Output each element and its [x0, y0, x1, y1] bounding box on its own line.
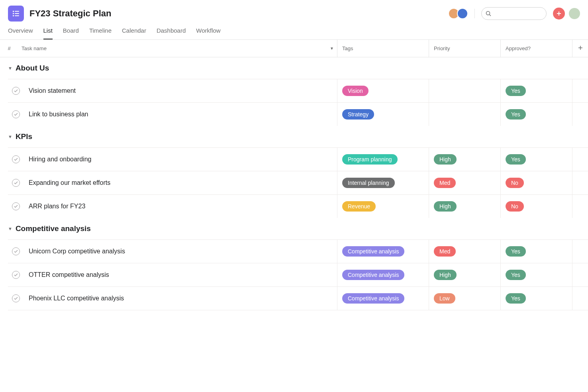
task-priority-cell[interactable] — [429, 103, 500, 126]
tab-calendar[interactable]: Calendar — [122, 27, 146, 39]
approved-pill: No — [506, 201, 524, 212]
task-name[interactable]: Phoenix LLC competitive analysis — [24, 295, 337, 302]
section-header[interactable]: ▼KPIs — [0, 126, 588, 147]
column-tags[interactable]: Tags — [337, 40, 429, 57]
tab-dashboard[interactable]: Dashboard — [157, 27, 186, 39]
task-tags-cell[interactable]: Competitive analysis — [337, 263, 429, 286]
task-tags-cell[interactable]: Revenue — [337, 195, 429, 218]
task-approved-cell[interactable]: Yes — [500, 263, 572, 286]
check-icon — [14, 89, 18, 92]
row-spacer — [572, 240, 588, 263]
priority-pill: High — [434, 201, 457, 212]
project-icon[interactable] — [8, 6, 24, 22]
complete-checkbox[interactable] — [12, 202, 20, 210]
check-icon — [14, 250, 18, 253]
table-row[interactable]: OTTER competitive analysisCompetitive an… — [8, 263, 588, 286]
task-approved-cell[interactable]: Yes — [500, 103, 572, 126]
table-row[interactable]: Vision statementVisionYes — [8, 79, 588, 102]
task-name[interactable]: Link to business plan — [24, 111, 337, 118]
add-button[interactable] — [553, 8, 565, 20]
tag-pill: Competitive analysis — [342, 270, 404, 280]
complete-checkbox[interactable] — [12, 87, 20, 95]
task-approved-cell[interactable]: No — [500, 171, 572, 194]
svg-rect-0 — [13, 11, 14, 12]
svg-rect-2 — [13, 13, 14, 14]
table-row[interactable]: Expanding our market effortsInternal pla… — [8, 171, 588, 194]
section-header[interactable]: ▼Competitive analysis — [0, 218, 588, 239]
tab-workflow[interactable]: Workflow — [196, 27, 220, 39]
task-tags-cell[interactable]: Competitive analysis — [337, 240, 429, 263]
approved-pill: Yes — [506, 293, 526, 304]
check-icon — [14, 113, 18, 116]
section-title: Competitive analysis — [16, 224, 91, 233]
task-approved-cell[interactable]: Yes — [500, 79, 572, 102]
tag-pill: Program planning — [342, 154, 398, 165]
complete-checkbox[interactable] — [12, 271, 20, 279]
task-priority-cell[interactable]: High — [429, 195, 500, 218]
tab-overview[interactable]: Overview — [8, 27, 33, 39]
table-row[interactable]: Link to business planStrategyYes — [8, 102, 588, 126]
svg-point-6 — [486, 12, 490, 15]
tab-timeline[interactable]: Timeline — [89, 27, 112, 39]
task-name[interactable]: ARR plans for FY23 — [24, 203, 337, 210]
complete-checkbox[interactable] — [12, 247, 20, 255]
task-name[interactable]: Vision statement — [24, 87, 337, 94]
row-spacer — [572, 103, 588, 126]
column-task-name[interactable]: Task name ▼ — [18, 40, 337, 57]
table-row[interactable]: ARR plans for FY23RevenueHighNo — [8, 194, 588, 218]
caret-down-icon: ▼ — [8, 134, 12, 139]
section-header[interactable]: ▼About Us — [0, 57, 588, 79]
task-name[interactable]: Hiring and onboarding — [24, 156, 337, 163]
complete-checkbox[interactable] — [12, 294, 20, 302]
task-name[interactable]: Unicorn Corp competitive analysis — [24, 248, 337, 255]
table-row[interactable]: Phoenix LLC competitive analysisCompetit… — [8, 286, 588, 310]
add-column-button[interactable] — [572, 40, 588, 57]
column-approved[interactable]: Approved? — [500, 40, 572, 57]
task-priority-cell[interactable] — [429, 79, 500, 102]
user-avatar[interactable] — [569, 8, 580, 19]
member-avatar[interactable] — [457, 8, 468, 19]
column-task-label: Task name — [22, 45, 47, 51]
column-priority[interactable]: Priority — [429, 40, 500, 57]
task-name[interactable]: Expanding our market efforts — [24, 179, 337, 186]
complete-checkbox[interactable] — [12, 110, 20, 118]
task-tags-cell[interactable]: Internal planning — [337, 171, 429, 194]
tag-pill: Vision — [342, 86, 368, 96]
list-icon — [12, 10, 20, 18]
task-priority-cell[interactable]: High — [429, 263, 500, 286]
approved-pill: Yes — [506, 86, 526, 96]
task-priority-cell[interactable]: Low — [429, 287, 500, 310]
task-approved-cell[interactable]: Yes — [500, 240, 572, 263]
approved-pill: No — [506, 178, 524, 188]
check-icon — [14, 205, 18, 208]
task-approved-cell[interactable]: Yes — [500, 287, 572, 310]
check-icon — [14, 273, 18, 276]
tab-list[interactable]: List — [43, 27, 53, 39]
task-tags-cell[interactable]: Program planning — [337, 148, 429, 171]
complete-checkbox[interactable] — [12, 155, 20, 163]
task-tags-cell[interactable]: Strategy — [337, 103, 429, 126]
row-spacer — [572, 148, 588, 171]
task-priority-cell[interactable]: High — [429, 148, 500, 171]
project-title[interactable]: FY23 Strategic Plan — [29, 8, 111, 19]
task-approved-cell[interactable]: No — [500, 195, 572, 218]
task-name[interactable]: OTTER competitive analysis — [24, 271, 337, 278]
priority-pill: High — [434, 270, 457, 280]
row-spacer — [572, 195, 588, 218]
table-row[interactable]: Hiring and onboardingProgram planningHig… — [8, 147, 588, 171]
task-tags-cell[interactable]: Competitive analysis — [337, 287, 429, 310]
priority-pill: Low — [434, 293, 455, 304]
tab-board[interactable]: Board — [63, 27, 79, 39]
task-tags-cell[interactable]: Vision — [337, 79, 429, 102]
task-priority-cell[interactable]: Med — [429, 171, 500, 194]
table-row[interactable]: Unicorn Corp competitive analysisCompeti… — [8, 239, 588, 263]
row-spacer — [572, 171, 588, 194]
member-avatars[interactable] — [448, 8, 468, 19]
chevron-down-icon[interactable]: ▼ — [330, 46, 334, 51]
search-input[interactable] — [481, 7, 547, 20]
tag-pill: Competitive analysis — [342, 293, 404, 304]
svg-rect-3 — [15, 13, 19, 14]
complete-checkbox[interactable] — [12, 179, 20, 187]
task-priority-cell[interactable]: Med — [429, 240, 500, 263]
task-approved-cell[interactable]: Yes — [500, 148, 572, 171]
